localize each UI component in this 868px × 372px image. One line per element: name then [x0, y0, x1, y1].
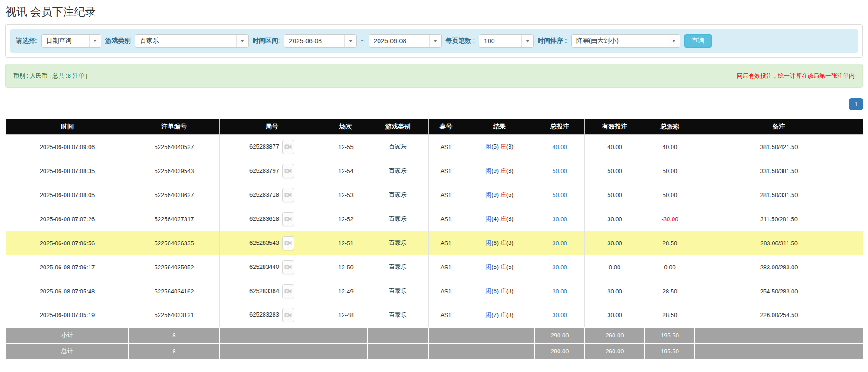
total-bet-link[interactable]: 50.00: [552, 168, 567, 174]
query-type-select[interactable]: 日期查询: [41, 34, 101, 48]
banker-result: 庄: [500, 143, 506, 150]
footer-empty-cell: [368, 343, 428, 359]
footer-label-cell: 总计: [6, 343, 129, 359]
video-icon[interactable]: [282, 284, 294, 298]
result-cell: 闲(4) 庄(3): [464, 207, 535, 231]
player-result: 闲: [485, 143, 491, 150]
footer-empty-cell: [695, 343, 863, 359]
video-icon[interactable]: [282, 164, 294, 178]
date-range-separator: ~: [361, 37, 364, 45]
table-row: 2025-06-08 07:05:48522564034162625283364…: [6, 279, 863, 303]
video-icon[interactable]: [282, 260, 294, 274]
chevron-down-icon: [429, 35, 441, 47]
total-bet-link[interactable]: 30.00: [552, 288, 567, 295]
footer-empty-cell: [219, 343, 324, 359]
query-button[interactable]: 查询: [684, 34, 712, 48]
date-from-select[interactable]: 2025-06-08: [284, 34, 357, 48]
footer-empty-cell: [368, 327, 428, 343]
player-result: 闲: [485, 263, 491, 270]
valid-bet-cell: 40.00: [584, 135, 645, 159]
footer-empty-cell: [428, 343, 464, 359]
column-header: 总投注: [535, 119, 584, 135]
game-type-select[interactable]: 百家乐: [135, 34, 249, 48]
bet-time-cell: 2025-06-08 07:05:19: [6, 303, 129, 327]
game-type-cell: 百家乐: [368, 135, 428, 159]
result-cell: 闲(6) 庄(8): [464, 231, 535, 255]
total-bet-link[interactable]: 40.00: [552, 144, 567, 150]
bet-time-cell: 2025-06-08 07:08:35: [6, 159, 129, 183]
video-camera-glyph: [284, 240, 292, 246]
player-result: 闲: [485, 167, 491, 174]
valid-bet-cell: 0.00: [584, 255, 645, 279]
video-camera-glyph: [284, 312, 292, 318]
banker-result: 庄: [500, 239, 506, 246]
remark-cell: 283.00/283.00: [695, 255, 863, 279]
payout-cell: 40.00: [645, 135, 695, 159]
video-icon[interactable]: [282, 236, 294, 250]
table-number-cell: AS1: [428, 183, 464, 207]
table-number-cell: AS1: [428, 159, 464, 183]
date-to-value: 2025-06-08: [369, 37, 429, 45]
bet-number-cell: 522564034162: [129, 279, 219, 303]
table-row: 2025-06-08 07:06:56522564036335625283543…: [6, 231, 863, 255]
player-result: 闲: [485, 288, 491, 294]
footer-valid-bet-cell: 260.00: [584, 327, 645, 343]
video-icon[interactable]: [282, 212, 294, 226]
page-size-select[interactable]: 100: [479, 34, 534, 48]
total-bet-cell: 30.00: [535, 279, 584, 303]
valid-bet-cell: 30.00: [584, 231, 645, 255]
session-cell: 12-52: [324, 207, 368, 231]
filter-panel: 请选择: 日期查询 游戏类别 百家乐 时间区间: 2025-06-08 ~ 20…: [5, 24, 863, 58]
footer-empty-cell: [324, 327, 368, 343]
session-cell: 12-53: [324, 183, 368, 207]
footer-empty-cell: [219, 327, 324, 343]
total-bet-cell: 50.00: [535, 159, 584, 183]
payout-cell: 50.00: [645, 183, 695, 207]
video-camera-glyph: [284, 288, 292, 294]
valid-bet-cell: 30.00: [584, 279, 645, 303]
total-bet-link[interactable]: 30.00: [552, 216, 567, 223]
grand-total-row: 总计8290.00260.00195.50: [6, 343, 863, 359]
total-bet-link[interactable]: 30.00: [552, 264, 567, 271]
round-number-cell: 625283618: [219, 207, 324, 231]
session-cell: 12-54: [324, 159, 368, 183]
total-bet-link[interactable]: 30.00: [552, 312, 567, 318]
sort-select[interactable]: 降幂(由大到小): [571, 34, 680, 48]
page-size-label: 每页笔数 :: [446, 37, 475, 45]
page-button-1[interactable]: 1: [849, 98, 863, 110]
round-number-cell: 625283797: [219, 159, 324, 183]
footer-total-bet-cell: 290.00: [535, 343, 584, 359]
column-header: 桌号: [428, 119, 464, 135]
table-row: 2025-06-08 07:05:19522564033121625283283…: [6, 303, 863, 327]
game-type-label: 游戏类别: [105, 37, 131, 45]
round-number: 625283877: [249, 143, 279, 149]
round-number: 625283718: [249, 191, 279, 198]
column-header: 场次: [324, 119, 368, 135]
result-cell: 闲(9) 庄(3): [464, 159, 535, 183]
video-icon[interactable]: [282, 308, 294, 322]
bet-number-cell: 522564036335: [129, 231, 219, 255]
remark-cell: 226.00/254.50: [695, 303, 863, 327]
player-result: 闲: [485, 239, 491, 246]
column-header: 有效投注: [584, 119, 645, 135]
summary-bar: 币别 : 人民币 | 总共 :8 注单 | 同局有效投注，统一计算在该局第一张注…: [5, 64, 863, 88]
video-icon[interactable]: [282, 140, 294, 154]
session-cell: 12-48: [324, 303, 368, 327]
bet-number-cell: 522564040527: [129, 135, 219, 159]
video-camera-glyph: [284, 168, 292, 174]
chevron-down-icon: [89, 35, 101, 47]
video-icon[interactable]: [282, 188, 294, 202]
total-bet-link[interactable]: 50.00: [552, 192, 567, 198]
round-number-cell: 625283718: [219, 183, 324, 207]
round-number: 625283440: [249, 263, 279, 270]
chevron-down-icon: [668, 35, 680, 47]
table-number-cell: AS1: [428, 279, 464, 303]
payout-cell: -30.00: [645, 207, 695, 231]
video-camera-glyph: [284, 264, 292, 270]
footer-label-cell: 小计: [6, 327, 129, 343]
total-bet-link[interactable]: 30.00: [552, 240, 567, 247]
payout-cell: 0.00: [645, 255, 695, 279]
player-result: 闲: [485, 215, 491, 222]
bet-time-cell: 2025-06-08 07:06:17: [6, 255, 129, 279]
date-to-select[interactable]: 2025-06-08: [369, 34, 442, 48]
